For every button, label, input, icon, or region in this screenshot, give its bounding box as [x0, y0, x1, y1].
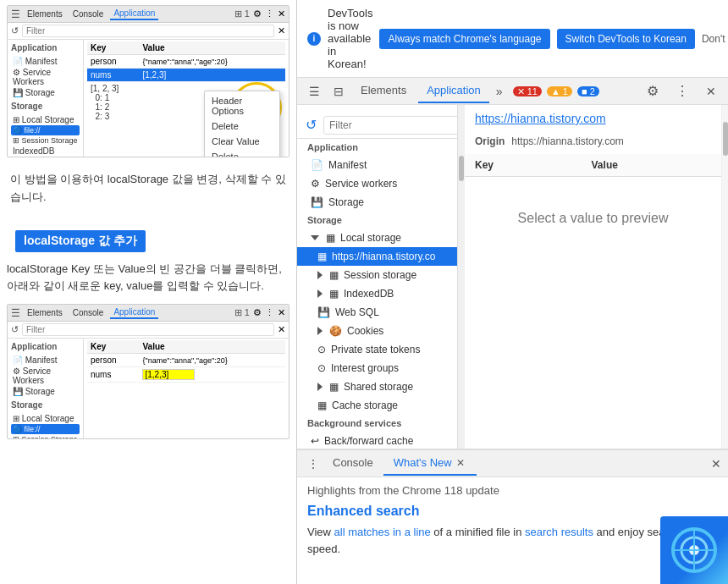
sidebar-manifest[interactable]: 📄 Manifest [297, 156, 457, 174]
sidebar-web-sql[interactable]: 💾 Web SQL [297, 303, 457, 322]
content-scrollbar[interactable] [721, 105, 728, 449]
mini-session-storage-b[interactable]: ⊞ Session Storage [11, 434, 80, 439]
ctx-clear-value[interactable]: Clear Value [205, 134, 279, 149]
mini-dt-tabs-top: ☰ Elements Console Application ⊞ 1 ⚙ ⋮ ✕ [8, 6, 289, 23]
devtools-main: ↺ ⊘ ✕ Application 📄 Manifest ⚙ Service w… [297, 105, 728, 449]
sidebar-hianna-url[interactable]: ▦ https://hianna.tistory.co [297, 247, 457, 266]
expand-local-storage-icon [311, 235, 319, 240]
warning-badge: ▲ 1 [547, 86, 572, 96]
sidebar-interest-groups[interactable]: ⊙ Interest groups [297, 359, 457, 377]
mini-file-url[interactable]: 🔵 file:// [11, 125, 80, 135]
bottom-hamburger-button[interactable]: ⋮ [304, 454, 323, 474]
mini-filter-bar-top: ↺ ✕ [8, 23, 289, 40]
close-bottom-panel-button[interactable]: ✕ [711, 457, 721, 471]
more-tabs-btn[interactable]: » [493, 81, 506, 102]
match-language-button[interactable]: Always match Chrome's language [379, 29, 549, 49]
blog-desc1: localStorage Key 또는 Value의 빈 공간을 더블 클릭하면… [7, 261, 290, 278]
mini-clear-icon-bottom[interactable]: ✕ [278, 324, 285, 335]
tab-console-top[interactable]: Console [69, 8, 108, 19]
expand-cookies-icon [317, 327, 323, 335]
sidebar-scrollbar-thumb [459, 156, 464, 181]
tab-console-bottom[interactable]: Console [69, 307, 108, 318]
settings-icon-top[interactable]: ⚙ [253, 8, 262, 19]
devtools-menu-button[interactable]: ☰ [304, 81, 325, 102]
mini-service-workers[interactable]: ⚙ Service Workers [11, 67, 80, 87]
mini-service-workers-b[interactable]: ⚙ Service Workers [11, 366, 80, 386]
tab-elements-top[interactable]: Elements [24, 8, 66, 19]
close-icon-bottom[interactable]: ✕ [278, 307, 285, 318]
mini-session-storage[interactable]: ⊞ Session Storage [11, 135, 80, 146]
more-icon-bottom[interactable]: ⋮ [265, 307, 274, 318]
session-storage-icon: ▦ [329, 269, 339, 281]
mini-manifest-b[interactable]: 📄 Manifest [11, 355, 80, 366]
switch-devtools-button[interactable]: Switch DevTools to Korean [557, 29, 695, 49]
dont-show-button[interactable]: Don't show again [702, 33, 728, 45]
sidebar-refresh-button[interactable]: ↺ [304, 115, 318, 135]
sidebar-private-state-tokens[interactable]: ⊙ Private state tokens [297, 340, 457, 359]
close-devtools-button[interactable]: ✕ [701, 81, 721, 102]
settings-icon-bottom[interactable]: ⚙ [253, 307, 262, 318]
key-column-header: Key [465, 154, 582, 177]
sidebar-session-storage[interactable]: ▦ Session storage [297, 266, 457, 284]
badge-red: ✕ 11 [513, 85, 542, 97]
sidebar-cookies[interactable]: 🍪 Cookies [297, 322, 457, 340]
value-column-header: Value [582, 154, 721, 177]
mini-dt-body-top: Application 📄 Manifest ⚙ Service Workers… [8, 40, 289, 157]
refresh-icon-mini-bottom[interactable]: ↺ [11, 324, 19, 335]
tab-console-bottom-panel[interactable]: Console [323, 451, 383, 476]
close-icon-top[interactable]: ✕ [278, 8, 285, 19]
mini-cell-person-key: person [87, 55, 139, 69]
sidebar-filter-input[interactable] [323, 116, 458, 135]
more-options-button[interactable]: ⋮ [670, 80, 694, 102]
refresh-icon-mini[interactable]: ↺ [11, 25, 19, 36]
mini-web-sql[interactable]: Web SQL [11, 157, 80, 157]
all-matches-link[interactable]: all matches in a line [334, 526, 431, 538]
back-forward-icon: ↩ [311, 435, 319, 447]
origin-value: https://hianna.tistory.com [511, 135, 624, 147]
tab-application-bottom[interactable]: Application [110, 306, 158, 319]
sidebar-service-workers[interactable]: ⚙ Service workers [297, 174, 457, 193]
sidebar-shared-storage[interactable]: ▦ Shared storage [297, 377, 457, 396]
ctx-header-options[interactable]: Header Options [205, 93, 279, 118]
sidebar-scrollbar[interactable] [458, 105, 465, 449]
mini-table-bottom: Key Value person {"name":"anna","age":20… [87, 340, 285, 383]
mini-storage-item[interactable]: 💾 Storage [11, 87, 80, 98]
hamburger-icon-bottom[interactable]: ☰ [11, 307, 20, 319]
expand-indexeddb-icon [317, 289, 323, 298]
sidebar-storage-item[interactable]: 💾 Storage [297, 193, 457, 212]
tab-elements-bottom[interactable]: Elements [24, 307, 66, 318]
settings-gear-button[interactable]: ⚙ [642, 80, 664, 102]
mini-cell-person-key-b: person [87, 354, 139, 367]
mini-filter-input[interactable] [22, 25, 274, 37]
tab-application-top[interactable]: Application [110, 8, 158, 20]
search-results-link[interactable]: search results [525, 526, 593, 538]
tab-elements[interactable]: Elements [352, 79, 415, 103]
illustration-svg [665, 521, 724, 580]
sidebar-back-forward-cache[interactable]: ↩ Back/forward cache [297, 432, 457, 449]
sidebar-local-storage[interactable]: ▦ Local storage [297, 229, 457, 247]
info-icon: i [307, 32, 321, 46]
more-icon-top[interactable]: ⋮ [265, 8, 274, 19]
mini-filter-input-bottom[interactable] [22, 323, 274, 336]
close-whats-new-button[interactable]: ✕ [455, 457, 466, 469]
kv-table: Key Value [465, 154, 721, 177]
mini-manifest[interactable]: 📄 Manifest [11, 56, 80, 67]
tab-application[interactable]: Application [418, 79, 489, 103]
ctx-delete2[interactable]: Delete [205, 149, 279, 157]
device-toolbar-button[interactable]: ⊟ [328, 81, 349, 102]
mini-storage-item-b[interactable]: 💾 Storage [11, 386, 80, 397]
site-url-link[interactable]: https://hianna.tistory.com [475, 112, 606, 125]
pane-icon-bottom: ⊞ 1 [234, 307, 250, 318]
ctx-delete[interactable]: Delete [205, 118, 279, 134]
mini-indexeddb[interactable]: IndexedDB [11, 146, 80, 157]
sidebar-cache-storage[interactable]: ▦ Cache storage [297, 396, 457, 415]
mini-local-storage-b[interactable]: ⊞ Local Storage [11, 413, 80, 424]
mini-local-storage[interactable]: ⊞ Local Storage [11, 114, 80, 125]
mini-devtools-bottom: ☰ Elements Console Application ⊞ 1 ⚙ ⋮ ✕… [7, 304, 290, 439]
tab-whats-new[interactable]: What's New ✕ [383, 451, 477, 476]
storage-section-title: Storage [297, 212, 457, 229]
sidebar-indexeddb[interactable]: ▦ IndexedDB [297, 284, 457, 303]
mini-clear-icon[interactable]: ✕ [278, 25, 285, 36]
mini-file-url-b[interactable]: 🔵 file:// [11, 424, 80, 434]
hamburger-icon-top[interactable]: ☰ [11, 8, 20, 20]
